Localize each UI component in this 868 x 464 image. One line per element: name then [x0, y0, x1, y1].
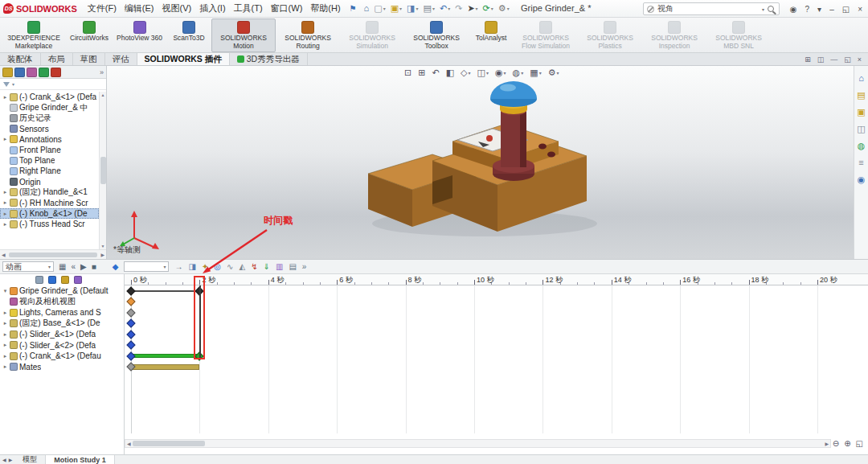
- scrollbar-thumb[interactable]: [133, 441, 205, 446]
- tree-item[interactable]: ▸(固定) Handle_&<1: [0, 187, 99, 198]
- command-search[interactable]: 视角 ▾: [643, 2, 780, 15]
- pane-split-icon[interactable]: ◫: [817, 55, 825, 64]
- study-tab[interactable]: Motion Study 1: [46, 455, 115, 464]
- key-point[interactable]: [126, 298, 135, 306]
- filter-selected-icon[interactable]: [61, 276, 69, 284]
- minimize-button[interactable]: –: [825, 2, 838, 16]
- undo-icon[interactable]: ↶▾: [438, 3, 452, 14]
- ribbon-item[interactable]: TolAnalyst: [469, 18, 514, 52]
- filter-driving-icon[interactable]: [48, 276, 56, 284]
- command-tab[interactable]: 装配体: [0, 53, 41, 65]
- motion-tree-item[interactable]: ▸(-) Slider_&<2> (Defa: [0, 340, 124, 351]
- menu-item[interactable]: 视图(V): [158, 2, 196, 14]
- help-caret-icon[interactable]: ▾: [813, 2, 825, 16]
- tree-item[interactable]: Sensors: [0, 124, 99, 134]
- study-tab[interactable]: 模型: [14, 455, 46, 464]
- tree-item[interactable]: ▸(-) Truss Head Scr: [0, 219, 99, 229]
- close-pane-icon[interactable]: ×: [858, 55, 862, 64]
- help-icon[interactable]: ?: [801, 2, 814, 16]
- command-tab[interactable]: 布局: [41, 53, 73, 65]
- key-point[interactable]: [126, 341, 135, 350]
- calculate-icon[interactable]: ▦: [59, 263, 66, 271]
- tab-scroll-left-icon[interactable]: ◀: [2, 457, 6, 462]
- propertymanager-tab[interactable]: [14, 68, 25, 77]
- contact-icon[interactable]: ◭: [239, 263, 245, 271]
- scrollbar-thumb[interactable]: [100, 157, 106, 184]
- restore-button[interactable]: ◱: [838, 2, 854, 16]
- motion-tree-item[interactable]: ▸(固定) Base_&<1> (De: [0, 318, 124, 330]
- forum-icon[interactable]: ◉: [858, 175, 866, 184]
- tree-item[interactable]: ▸Annotations: [0, 134, 99, 145]
- solidworks-resources-icon[interactable]: ⌂: [858, 74, 864, 83]
- force-icon[interactable]: ↯: [251, 263, 257, 271]
- tree-item[interactable]: Gripe Grinder_& 中: [0, 102, 99, 113]
- play-icon[interactable]: ▶: [80, 263, 87, 271]
- tree-item[interactable]: ▸(-) Crank_&<1> (Defa: [0, 92, 99, 102]
- appearances-scenes-icon[interactable]: ◍: [858, 142, 866, 150]
- view-palette-icon[interactable]: ◫: [857, 125, 865, 133]
- scroll-right-icon[interactable]: ▶: [825, 441, 829, 446]
- play-from-start-icon[interactable]: «: [71, 263, 76, 271]
- event-based-view-icon[interactable]: ▤: [289, 263, 296, 271]
- filter-results-icon[interactable]: [74, 276, 82, 284]
- user-icon[interactable]: ◉: [786, 2, 801, 16]
- pin-icon[interactable]: ⚑: [350, 4, 357, 13]
- ribbon-item[interactable]: PhotoView 360: [113, 18, 166, 52]
- key-point[interactable]: [126, 308, 135, 317]
- timeline-zoom-out-icon[interactable]: ⊖: [833, 439, 839, 448]
- command-tab[interactable]: 评估: [105, 53, 137, 65]
- motion-tree-item[interactable]: ▸Lights, Cameras and S: [0, 307, 124, 318]
- command-tab[interactable]: SOLIDWORKS 插件: [137, 53, 230, 65]
- minimize-pane-icon[interactable]: —: [830, 55, 837, 64]
- float-pane-icon[interactable]: ◱: [844, 55, 851, 64]
- command-tab[interactable]: 3D秀秀导出器: [230, 53, 308, 65]
- timeline-hscrollbar[interactable]: ◀ ▶: [125, 439, 831, 448]
- scroll-left-icon[interactable]: ◀: [127, 441, 131, 446]
- tree-item[interactable]: Top Plane: [0, 155, 99, 166]
- search-icon[interactable]: [768, 6, 774, 12]
- tree-item[interactable]: Right Plane: [0, 166, 99, 176]
- select-icon[interactable]: ➤▾: [465, 3, 479, 14]
- design-library-icon[interactable]: ▤: [857, 91, 865, 100]
- key-point[interactable]: [126, 319, 135, 328]
- new-document-icon[interactable]: ▢▾: [372, 3, 387, 14]
- feature-tree-hscrollbar[interactable]: ◀ ▶: [0, 249, 106, 259]
- ribbon-item[interactable]: SOLIDWORKS Routing: [276, 18, 340, 52]
- menu-item[interactable]: 窗口(W): [267, 2, 307, 14]
- menu-item[interactable]: 文件(F): [84, 2, 121, 14]
- custom-properties-icon[interactable]: ≡: [858, 158, 863, 167]
- scroll-down-icon[interactable]: ▼: [101, 244, 105, 248]
- tree-item[interactable]: Front Plane: [0, 145, 99, 155]
- viewport-layout-icon[interactable]: ⊞: [805, 55, 811, 64]
- chevron-down-icon[interactable]: ▾: [12, 81, 14, 87]
- timeline-ruler[interactable]: 0 秒2 秒4 秒6 秒8 秒10 秒12 秒14 秒16 秒18 秒20 秒: [125, 274, 868, 285]
- motion-tree-item[interactable]: ▾Gripe Grinder_& (Default: [0, 285, 124, 297]
- tree-filter-bar[interactable]: ▾: [0, 79, 106, 90]
- menu-item[interactable]: 插入(I): [195, 2, 229, 14]
- feature-tree-scrollbar[interactable]: ▲ ▼: [99, 92, 106, 249]
- key-point[interactable]: [126, 330, 135, 339]
- motion-tree-item[interactable]: ▸Mates: [0, 362, 124, 373]
- spring-icon[interactable]: ∿: [227, 263, 233, 271]
- displaymanager-tab[interactable]: [51, 68, 61, 77]
- scroll-right-icon[interactable]: ▶: [100, 252, 104, 257]
- results-plots-icon[interactable]: ▥: [276, 263, 283, 271]
- save-icon[interactable]: ◨▾: [405, 3, 420, 14]
- command-tab[interactable]: 草图: [73, 53, 105, 65]
- key-point[interactable]: [126, 286, 135, 295]
- ribbon-item[interactable]: ScanTo3D: [166, 18, 211, 52]
- key-point[interactable]: [126, 351, 135, 360]
- tab-scroll-right-icon[interactable]: ▶: [9, 457, 13, 462]
- tree-item[interactable]: ▸(-) Knob_&<1> (De: [0, 208, 99, 219]
- motion-tree-item[interactable]: ▸(-) Slider_&<1> (Defa: [0, 329, 124, 340]
- tree-item[interactable]: Origin: [0, 177, 99, 187]
- options-icon[interactable]: ⚙▾: [497, 3, 511, 14]
- filter-animated-icon[interactable]: [35, 276, 43, 284]
- key-time-dropdown[interactable]: ▾: [124, 261, 169, 272]
- menu-item[interactable]: 编辑(E): [121, 2, 158, 14]
- ribbon-item[interactable]: CircuitWorks: [66, 18, 113, 52]
- gravity-icon[interactable]: ⇓: [264, 263, 270, 271]
- ribbon-item[interactable]: 3DEXPERIENCE Marketplace: [2, 18, 66, 52]
- ribbon-item[interactable]: SOLIDWORKS Motion: [211, 18, 276, 52]
- stop-icon[interactable]: ■: [92, 263, 96, 271]
